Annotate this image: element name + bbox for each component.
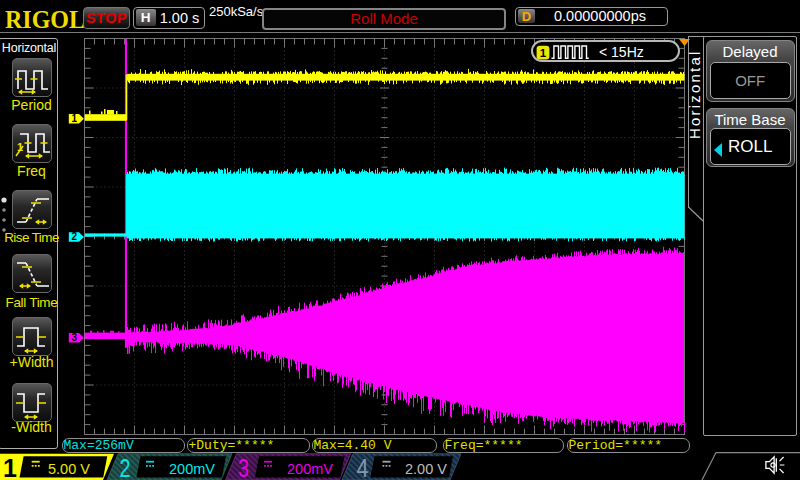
svg-text:2.00 V: 2.00 V <box>405 461 447 477</box>
svg-text:3: 3 <box>238 454 249 480</box>
svg-text:4: 4 <box>357 454 369 480</box>
svg-text:200mV: 200mV <box>287 461 333 477</box>
svg-text:1: 1 <box>3 454 17 480</box>
svg-text:5.00 V: 5.00 V <box>48 461 90 477</box>
svg-text:2: 2 <box>120 454 131 480</box>
svg-text:200mV: 200mV <box>169 461 215 477</box>
